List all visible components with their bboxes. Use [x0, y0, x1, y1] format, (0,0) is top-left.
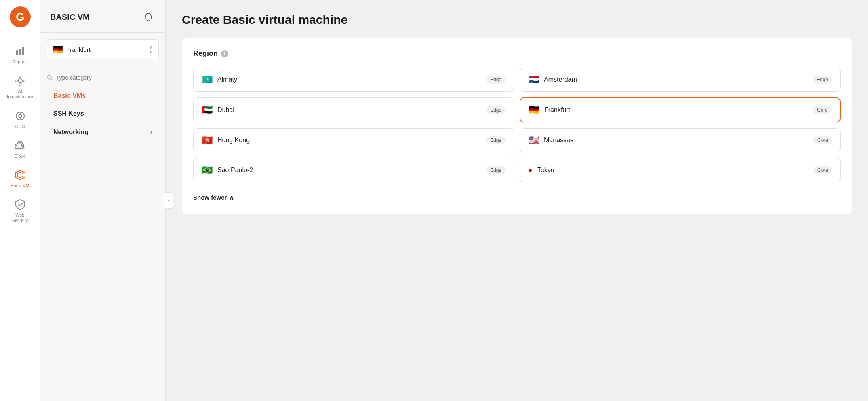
region-badge-amsterdam: Edge: [813, 76, 832, 84]
svg-point-9: [23, 80, 25, 82]
nav-sidebar-header: BASIC VM: [40, 0, 165, 32]
region-info-icon[interactable]: i: [221, 50, 228, 57]
region-flag-hong-kong: 🇭🇰: [202, 136, 213, 145]
region-flag-tokyo: ●: [528, 167, 533, 174]
region-badge-frankfurt: Core: [813, 106, 832, 114]
region-name-manassas: Manassas: [544, 137, 573, 144]
region-item-left: 🇩🇪 Frankfurt: [529, 106, 570, 114]
nav-divider-1: [40, 32, 165, 33]
svg-point-5: [18, 79, 22, 83]
icon-sidebar: G Reports: [0, 0, 40, 401]
region-card: Region i 🇰🇿 Almaty Edge 🇳🇱 Amsterdam Edg…: [182, 38, 852, 214]
basic-vm-icon: [14, 169, 27, 182]
region-item-tokyo[interactable]: ● Tokyo Core: [520, 158, 841, 182]
region-badge-almaty: Edge: [486, 76, 506, 84]
nav-item-networking-label: Networking: [53, 129, 88, 136]
show-fewer-button[interactable]: Show fewer ∧: [193, 192, 841, 201]
region-name: Frankfurt: [66, 46, 91, 53]
region-badge-sao-paulo-2: Edge: [486, 166, 506, 174]
region-selector-left: 🇩🇪 Frankfurt: [53, 44, 91, 54]
region-chevrons: ∧ ∨: [150, 45, 153, 54]
region-flag-dubai: 🇦🇪: [202, 106, 213, 114]
category-search[interactable]: [47, 74, 159, 81]
region-card-title: Region: [193, 49, 218, 58]
sidebar-item-ai-infrastructure[interactable]: AIInfrastructure: [2, 70, 38, 103]
region-flag: 🇩🇪: [53, 44, 63, 54]
svg-point-6: [19, 76, 21, 78]
sidebar-item-basic-vm[interactable]: Basic VM: [2, 165, 38, 192]
ai-infrastructure-icon: [14, 74, 27, 87]
sidebar-item-label: Basic VM: [11, 183, 29, 188]
region-item-dubai[interactable]: 🇦🇪 Dubai Edge: [193, 97, 514, 122]
region-item-manassas[interactable]: 🇺🇸 Manassas Core: [520, 128, 841, 152]
sidebar-divider: [8, 36, 32, 36]
web-security-icon: [14, 198, 27, 211]
search-input[interactable]: [56, 74, 159, 81]
sidebar-collapse-button[interactable]: ‹: [164, 192, 173, 209]
region-item-left: 🇰🇿 Almaty: [202, 75, 237, 84]
chevron-right-icon: ›: [150, 128, 152, 136]
nav-divider-2: [47, 68, 159, 68]
search-icon: [47, 74, 53, 81]
bell-button[interactable]: [141, 10, 156, 24]
region-flag-almaty: 🇰🇿: [202, 75, 213, 84]
cloud-icon: [14, 139, 27, 152]
region-item-hong-kong[interactable]: 🇭🇰 Hong Kong Edge: [193, 128, 514, 152]
region-grid: 🇰🇿 Almaty Edge 🇳🇱 Amsterdam Edge 🇦🇪 Duba…: [193, 68, 841, 182]
sidebar-item-label: AIInfrastructure: [7, 89, 33, 99]
sidebar-item-cdn[interactable]: CDN: [2, 106, 38, 133]
svg-point-7: [19, 84, 21, 86]
sidebar-item-reports[interactable]: Reports: [2, 41, 38, 69]
sidebar-item-label: CDN: [15, 124, 25, 129]
sidebar-item-label: WebSecurity: [12, 213, 28, 223]
region-item-left: 🇧🇷 Sao Paulo-2: [202, 166, 253, 175]
chevron-left-icon: ‹: [168, 198, 169, 203]
show-fewer-label: Show fewer: [193, 194, 227, 201]
region-flag-amsterdam: 🇳🇱: [528, 75, 539, 84]
svg-marker-21: [17, 172, 23, 178]
region-item-left: 🇳🇱 Amsterdam: [528, 75, 577, 84]
app-logo[interactable]: G: [10, 6, 31, 27]
svg-text:G: G: [16, 11, 25, 23]
region-badge-manassas: Core: [813, 136, 832, 144]
sidebar-item-label: Reports: [12, 59, 28, 65]
nav-sidebar-title: BASIC VM: [50, 13, 90, 22]
sidebar-item-label: Cloud: [14, 154, 26, 159]
sidebar-item-cloud[interactable]: Cloud: [2, 135, 38, 163]
svg-rect-4: [22, 47, 24, 55]
sidebar-item-web-security[interactable]: WebSecurity: [2, 194, 38, 227]
region-name-frankfurt: Frankfurt: [544, 106, 570, 114]
svg-point-15: [19, 114, 22, 118]
nav-item-networking[interactable]: Networking ›: [44, 123, 162, 141]
region-name-sao-paulo-2: Sao Paulo-2: [217, 167, 253, 174]
nav-sidebar: BASIC VM 🇩🇪 Frankfurt ∧ ∨ Basic VMs SSH …: [40, 0, 166, 401]
region-item-sao-paulo-2[interactable]: 🇧🇷 Sao Paulo-2 Edge: [193, 158, 514, 182]
region-item-left: ● Tokyo: [528, 167, 554, 174]
region-item-left: 🇭🇰 Hong Kong: [202, 136, 250, 145]
region-item-frankfurt[interactable]: 🇩🇪 Frankfurt Core: [520, 97, 841, 122]
nav-item-basic-vms[interactable]: Basic VMs: [44, 87, 162, 104]
region-badge-tokyo: Core: [813, 166, 832, 174]
main-content: Create Basic virtual machine Region i 🇰🇿…: [166, 0, 868, 401]
region-name-hong-kong: Hong Kong: [217, 137, 250, 144]
region-selector[interactable]: 🇩🇪 Frankfurt ∧ ∨: [47, 39, 159, 59]
region-badge-hong-kong: Edge: [486, 136, 506, 144]
region-item-left: 🇦🇪 Dubai: [202, 106, 234, 114]
region-flag-manassas: 🇺🇸: [528, 136, 539, 145]
svg-line-23: [51, 79, 53, 80]
cdn-icon: [14, 110, 27, 122]
region-item-left: 🇺🇸 Manassas: [528, 136, 573, 145]
region-flag-frankfurt: 🇩🇪: [529, 106, 539, 114]
region-badge-dubai: Edge: [486, 106, 506, 114]
region-name-tokyo: Tokyo: [537, 167, 554, 174]
svg-rect-2: [16, 50, 18, 55]
region-item-almaty[interactable]: 🇰🇿 Almaty Edge: [193, 68, 514, 92]
region-item-amsterdam[interactable]: 🇳🇱 Amsterdam Edge: [520, 68, 841, 92]
nav-item-ssh-keys[interactable]: SSH Keys: [44, 105, 162, 122]
region-name-dubai: Dubai: [217, 106, 234, 114]
page-title: Create Basic virtual machine: [182, 13, 852, 27]
region-name-almaty: Almaty: [217, 76, 237, 83]
svg-marker-20: [15, 170, 25, 180]
reports-icon: [14, 45, 27, 58]
region-flag-sao-paulo-2: 🇧🇷: [202, 166, 213, 175]
